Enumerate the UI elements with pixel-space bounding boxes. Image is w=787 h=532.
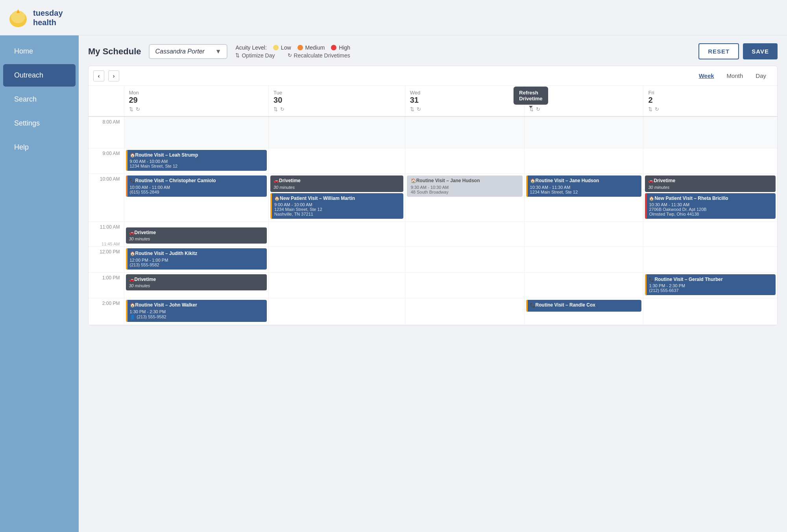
logo-icon xyxy=(8,7,28,28)
refresh-wed-icon[interactable]: ↻ xyxy=(417,106,421,112)
event-time-leah: 9:00 AM - 10:00 AM xyxy=(130,159,264,164)
sidebar-item-settings[interactable]: Settings xyxy=(3,112,76,135)
tab-week[interactable]: Week xyxy=(693,70,720,81)
prev-button[interactable]: ‹ xyxy=(93,70,104,81)
recalculate-drivetimes-button[interactable]: ↻ Recalculate Drivetimes xyxy=(288,52,350,59)
tab-month[interactable]: Month xyxy=(720,70,750,81)
day-name-mon: Mon xyxy=(129,90,264,96)
event-drivetime-tue[interactable]: Drivetime 30 minutes xyxy=(270,175,403,192)
next-button[interactable]: › xyxy=(108,70,119,81)
acuity-medium: Medium xyxy=(297,44,325,51)
cell-fri-11am xyxy=(643,222,777,247)
event-addr-jane-wed: 48 South Broadway xyxy=(411,190,519,194)
sidebar-item-outreach[interactable]: Outreach xyxy=(3,64,76,87)
event-time-rheta: 10:30 AM - 11:30 AM xyxy=(649,202,772,207)
cell-fri-2pm xyxy=(643,298,777,325)
acuity-bar-randle xyxy=(526,300,528,312)
event-title-gerald: Routine Visit – Gerald Thurber xyxy=(649,277,772,283)
event-leah-strump[interactable]: Routine Visit – Leah Strump 9:00 AM - 10… xyxy=(126,150,267,171)
event-jane-hudson-wed[interactable]: Routine Visit – Jane Hudson 9:30 AM - 10… xyxy=(407,175,523,197)
event-title-randle: Routine Visit – Randle Cox xyxy=(530,302,639,308)
event-john-walker[interactable]: Routine Visit – John Walker 1:30 PM - 2:… xyxy=(126,300,267,322)
event-william-martin[interactable]: New Patient Visit – William Martin 9:00 … xyxy=(270,193,403,219)
optimize-wed-icon[interactable]: ⇅ xyxy=(410,106,414,112)
cell-wed-2pm xyxy=(405,298,524,325)
acuity-bar-gerald xyxy=(645,274,647,296)
optimize-day-button[interactable]: ⇅ Optimize Day xyxy=(235,52,275,59)
time-label-11am: 11:00 AM 11:45 AM xyxy=(89,222,124,247)
refresh-thu-icon[interactable]: ↻ RefreshDrivetime xyxy=(536,106,540,112)
event-drivetime-mon-1pm[interactable]: Drivetime 30 minutes xyxy=(126,274,267,291)
acuity-row-actions: ⇅ Optimize Day ↻ Recalculate Drivetimes xyxy=(235,52,350,59)
event-rheta[interactable]: New Patient Visit – Rheta Bricillo 10:30… xyxy=(645,193,776,219)
app-header: tuesday health xyxy=(0,0,787,35)
event-drivetime-fri[interactable]: Drivetime 30 minutes xyxy=(645,175,776,192)
cell-thu-11am xyxy=(524,222,643,247)
app-body: Home Outreach Search Settings Help My Sc… xyxy=(0,35,787,532)
refresh-fri-icon[interactable]: ↻ xyxy=(655,106,659,112)
reset-button[interactable]: RESET xyxy=(698,43,739,59)
cell-mon-12pm[interactable]: Routine Visit – Judith Kikitz 12:00 PM -… xyxy=(124,247,269,273)
cell-tue-10am[interactable]: Drivetime 30 minutes New Patient Visit –… xyxy=(269,174,405,222)
time-row-1pm: 1:00 PM Drivetime 30 minutes xyxy=(89,272,777,298)
day-actions-wed: ⇅ ↻ xyxy=(410,106,519,112)
cell-thu-2pm[interactable]: Routine Visit – Randle Cox xyxy=(524,298,643,325)
cell-wed-10am[interactable]: Routine Visit – Jane Hudson 9:30 AM - 10… xyxy=(405,174,524,222)
event-title-drivetime-tue: Drivetime xyxy=(273,178,400,184)
event-drivetime-mon-11[interactable]: Drivetime 30 minutes xyxy=(126,227,267,244)
time-row-10am: 10:00 AM Routine Visit – Christopher Cam… xyxy=(89,174,777,222)
cell-mon-9am[interactable]: Routine Visit – Leah Strump 9:00 AM - 10… xyxy=(124,148,269,174)
event-gerald[interactable]: Routine Visit – Gerald Thurber 1:30 PM -… xyxy=(645,274,776,296)
acuity-medium-label: Medium xyxy=(305,44,325,51)
optimize-fri-icon[interactable]: ⇅ xyxy=(648,106,652,112)
event-randle[interactable]: Routine Visit – Randle Cox xyxy=(526,300,642,312)
calendar-table: Mon 29 ⇅ ↻ Tue 30 ⇅ xyxy=(89,86,777,325)
sidebar-item-home[interactable]: Home xyxy=(3,40,76,63)
refresh-mon-icon[interactable]: ↻ xyxy=(136,106,140,112)
cell-mon-1pm[interactable]: Drivetime 30 minutes xyxy=(124,272,269,298)
cell-thu-10am[interactable]: Routine Visit – Jane Hudson 10:30 AM - 1… xyxy=(524,174,643,222)
time-label-1145: 11:45 AM xyxy=(89,242,120,246)
acuity-low-dot xyxy=(273,45,279,50)
time-row-11am: 11:00 AM 11:45 AM Drivetime 30 minutes xyxy=(89,222,777,247)
sidebar: Home Outreach Search Settings Help xyxy=(0,35,79,532)
day-header-tue: Tue 30 ⇅ ↻ xyxy=(269,86,405,116)
schedule-header: My Schedule Cassandra Porter ▼ Acuity Le… xyxy=(88,43,778,59)
acuity-bar-jane-thu xyxy=(526,175,528,197)
event-judith[interactable]: Routine Visit – Judith Kikitz 12:00 PM -… xyxy=(126,248,267,270)
event-time-jane-wed: 9:30 AM - 10:30 AM xyxy=(411,185,519,190)
event-phone-judith: (213) 555-9582 xyxy=(130,262,264,267)
optimize-mon-icon[interactable]: ⇅ xyxy=(129,106,133,112)
cell-mon-2pm[interactable]: Routine Visit – John Walker 1:30 PM - 2:… xyxy=(124,298,269,325)
sidebar-item-search[interactable]: Search xyxy=(3,88,76,111)
event-addr1-rheta: 2706B Oakwood Dr. Apt 120B xyxy=(649,207,772,212)
cell-mon-11am[interactable]: Drivetime 30 minutes xyxy=(124,222,269,247)
event-time-william: 9:00 AM - 10:00 AM xyxy=(274,202,400,207)
time-label-12pm: 12:00 PM xyxy=(89,247,124,273)
refresh-tue-icon[interactable]: ↻ xyxy=(280,106,285,112)
day-actions-mon: ⇅ ↻ xyxy=(129,106,264,112)
provider-select[interactable]: Cassandra Porter ▼ xyxy=(149,44,227,59)
event-time-drivetime-fri: 30 minutes xyxy=(648,185,772,190)
cell-mon-10am[interactable]: Routine Visit – Christopher Camiolo 10:0… xyxy=(124,174,269,222)
refresh-drivetime-tooltip: RefreshDrivetime xyxy=(514,87,548,105)
cell-fri-9am xyxy=(643,148,777,174)
sidebar-item-help[interactable]: Help xyxy=(3,136,76,159)
event-title-drivetime-mon-1pm: Drivetime xyxy=(129,277,264,283)
cell-thu-8am xyxy=(524,116,643,148)
tab-day[interactable]: Day xyxy=(749,70,772,81)
event-christopher[interactable]: Routine Visit – Christopher Camiolo 10:0… xyxy=(126,175,267,197)
cell-fri-10am[interactable]: Drivetime 30 minutes New Patient Visit –… xyxy=(643,174,777,222)
save-button[interactable]: SAVE xyxy=(743,43,778,59)
cell-thu-12pm xyxy=(524,247,643,273)
cell-fri-1pm[interactable]: Routine Visit – Gerald Thurber 1:30 PM -… xyxy=(643,272,777,298)
day-header-wed: Wed 31 ⇅ ↻ xyxy=(405,86,524,116)
event-time-drivetime-mon-1pm: 30 minutes xyxy=(129,283,264,288)
cell-wed-1pm xyxy=(405,272,524,298)
event-jane-hudson-thu[interactable]: Routine Visit – Jane Hudson 10:30 AM - 1… xyxy=(526,175,642,197)
cell-tue-8am xyxy=(269,116,405,148)
acuity-bar-john xyxy=(126,300,127,322)
day-actions-tue: ⇅ ↻ xyxy=(273,106,400,112)
schedule-left: My Schedule Cassandra Porter ▼ Acuity Le… xyxy=(88,44,350,59)
optimize-tue-icon[interactable]: ⇅ xyxy=(273,106,278,112)
